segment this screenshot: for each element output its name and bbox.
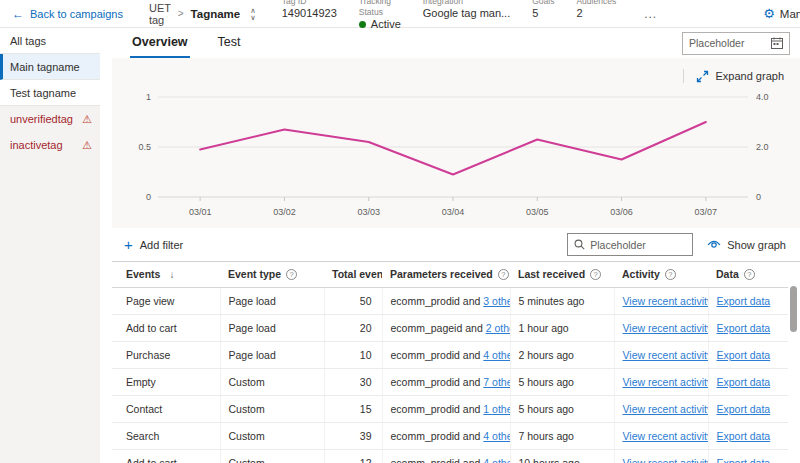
gear-icon: ⚙ <box>763 6 775 21</box>
cell-total-events: 30 <box>324 368 382 395</box>
eye-icon <box>707 240 721 250</box>
column-label: Last received <box>518 268 585 280</box>
sidebar-item-all-tags[interactable]: All tags <box>0 28 100 54</box>
cell-activity: View recent activity <box>614 422 708 449</box>
export-data-link[interactable]: Export data <box>717 322 771 334</box>
sidebar-item-test-tagname[interactable]: Test tagname <box>0 80 100 106</box>
tag-switcher-stepper[interactable]: ∧ ∨ <box>250 7 256 21</box>
export-data-link[interactable]: Export data <box>717 403 771 415</box>
add-filter-label: Add filter <box>140 239 183 251</box>
parameters-others-link[interactable]: 1 other <box>483 403 510 415</box>
export-data-link[interactable]: Export data <box>717 349 771 361</box>
left-axis-tick: 0 <box>146 192 151 202</box>
calendar-icon[interactable] <box>771 37 783 49</box>
sidebar-item-main-tagname[interactable]: Main tagname <box>0 54 100 80</box>
help-icon[interactable]: ? <box>498 269 509 280</box>
show-graph-label: Show graph <box>727 239 786 251</box>
column-label: Events <box>126 268 160 280</box>
manage-tag-button[interactable]: ⚙ Manage tag <box>763 6 800 21</box>
view-recent-activity-link[interactable]: View recent activity <box>623 457 709 463</box>
date-range-input[interactable] <box>689 37 767 49</box>
cell-event: Search <box>112 422 220 449</box>
column-header-parameters-received[interactable]: Parameters received? <box>382 262 510 287</box>
export-data-link[interactable]: Export data <box>717 430 771 442</box>
view-recent-activity-link[interactable]: View recent activity <box>623 376 709 388</box>
column-header-event-type[interactable]: Event type? <box>220 262 324 287</box>
field-value: Active <box>359 18 401 31</box>
help-icon[interactable]: ? <box>286 269 297 280</box>
cell-parameters: ecomm_prodid and 4 others <box>382 422 510 449</box>
table-search-input[interactable] <box>590 239 686 251</box>
parameters-others-link[interactable]: 4 others <box>483 349 510 361</box>
help-icon[interactable]: ? <box>744 269 755 280</box>
sidebar-item-label: inactivetag <box>10 139 63 151</box>
export-data-link[interactable]: Export data <box>717 295 771 307</box>
export-data-link[interactable]: Export data <box>717 376 771 388</box>
field-label: Goals <box>532 0 554 7</box>
column-label: Activity <box>622 268 660 280</box>
right-axis-tick: 2.0 <box>756 142 769 152</box>
header-cell: Activity? <box>622 268 676 280</box>
tab-test[interactable]: Test <box>216 28 243 58</box>
tabs: OverviewTest <box>130 28 269 58</box>
expand-graph-button[interactable]: Expand graph <box>696 70 785 83</box>
sidebar-item-label: Test tagname <box>10 87 76 99</box>
cell-parameters: ecomm_prodid and 4 others <box>382 449 510 463</box>
show-graph-button[interactable]: Show graph <box>707 239 786 251</box>
tab-overview[interactable]: Overview <box>130 28 190 58</box>
overflow-menu-button[interactable]: ... <box>638 7 663 21</box>
sidebar-item-label: All tags <box>10 35 46 47</box>
header-cell: Events↓ <box>126 268 174 280</box>
left-axis-tick: 0.5 <box>138 142 151 152</box>
divider <box>683 69 684 83</box>
add-filter-button[interactable]: + Add filter <box>124 238 183 252</box>
view-recent-activity-link[interactable]: View recent activity <box>623 349 709 361</box>
column-header-activity[interactable]: Activity? <box>614 262 708 287</box>
view-recent-activity-link[interactable]: View recent activity <box>623 322 709 334</box>
parameters-others-link[interactable]: 4 others <box>483 430 510 442</box>
header-field-tracking-status: Tracking StatusActive <box>359 0 401 31</box>
view-recent-activity-link[interactable]: View recent activity <box>623 295 709 307</box>
export-data-link[interactable]: Export data <box>717 457 771 463</box>
parameters-others-link[interactable]: 2 others <box>486 322 510 334</box>
filter-bar: + Add filter Show graph <box>112 228 800 262</box>
back-arrow-icon: ← <box>12 7 24 21</box>
header-cell: Last received? <box>518 268 601 280</box>
events-line-chart: 14.00.52.00003/0103/0203/0303/0403/0503/… <box>122 85 790 223</box>
main-content: OverviewTest <box>112 28 800 463</box>
cell-last-received: 5 hours ago <box>510 395 614 422</box>
cell-last-received: 2 hours ago <box>510 341 614 368</box>
cell-activity: View recent activity <box>614 368 708 395</box>
field-label: Audiences <box>576 0 616 7</box>
table-row: SearchCustom39ecomm_prodid and 4 others7… <box>112 422 788 449</box>
events-table: Events↓Event type?Total events?Parameter… <box>112 262 788 463</box>
view-recent-activity-link[interactable]: View recent activity <box>623 430 709 442</box>
column-header-events[interactable]: Events↓ <box>112 262 220 287</box>
column-header-data[interactable]: Data? <box>708 262 788 287</box>
table-header-row: Events↓Event type?Total events?Parameter… <box>112 262 788 287</box>
cell-data: Export data <box>708 449 788 463</box>
parameters-others-link[interactable]: 7 others <box>483 376 510 388</box>
breadcrumb-section[interactable]: UET tag <box>149 2 171 26</box>
vertical-scrollbar-thumb[interactable] <box>790 286 797 332</box>
help-icon[interactable]: ? <box>590 269 601 280</box>
breadcrumb-separator: > <box>178 8 184 19</box>
parameters-others-link[interactable]: 4 others <box>483 457 510 463</box>
sidebar-item-unverifiedtag[interactable]: unverifiedtag⚠ <box>0 106 100 132</box>
back-to-campaigns-link[interactable]: ← Back to campaigns <box>8 7 133 21</box>
left-axis-tick: 1 <box>146 92 151 102</box>
table-search-box[interactable] <box>567 233 693 256</box>
parameters-others-link[interactable]: 3 others <box>483 295 510 307</box>
sidebar-item-inactivetag[interactable]: inactivetag⚠ <box>0 132 100 158</box>
column-header-last-received[interactable]: Last received? <box>510 262 614 287</box>
plus-icon: + <box>124 238 133 252</box>
chevron-down-icon[interactable]: ∨ <box>250 14 256 21</box>
header-cell: Total events? <box>332 268 382 280</box>
help-icon[interactable]: ? <box>665 269 676 280</box>
cell-total-events: 12 <box>324 449 382 463</box>
view-recent-activity-link[interactable]: View recent activity <box>623 403 709 415</box>
cell-event-type: Page load <box>220 287 324 314</box>
field-label: Tracking Status <box>359 0 401 18</box>
date-range-picker[interactable] <box>682 32 790 55</box>
column-header-total-events[interactable]: Total events? <box>324 262 382 287</box>
